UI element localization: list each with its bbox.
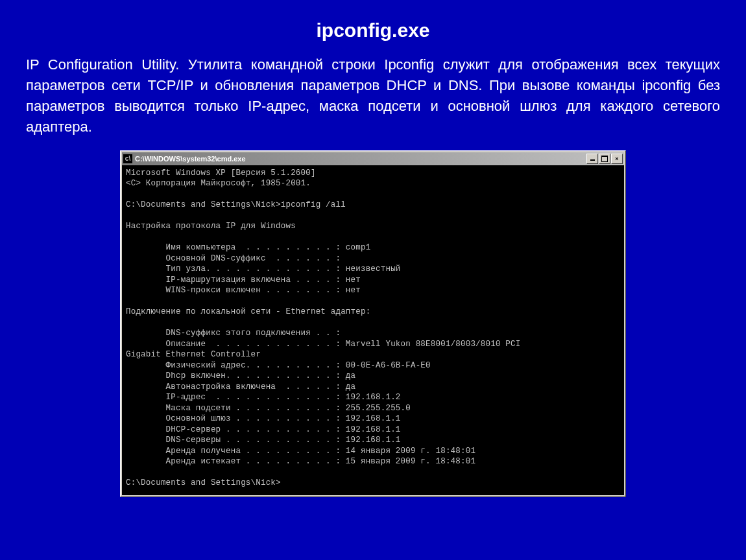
close-button[interactable]: ×: [611, 154, 623, 164]
console-output[interactable]: Microsoft Windows XP [Версия 5.1.2600] <…: [122, 165, 624, 495]
page-title: ipconfig.exe: [26, 19, 720, 41]
minimize-button[interactable]: [586, 154, 598, 164]
window-title: C:\WINDOWS\system32\cmd.exe: [135, 155, 586, 163]
cmd-icon: c\: [123, 154, 132, 163]
maximize-button[interactable]: [599, 154, 610, 164]
slide: ipconfig.exe IP Configuration Utility. У…: [0, 0, 746, 517]
titlebar[interactable]: c\ C:\WINDOWS\system32\cmd.exe ×: [122, 152, 624, 165]
cmd-window: c\ C:\WINDOWS\system32\cmd.exe × Microso…: [120, 150, 626, 497]
description-text: IP Configuration Utility. Утилита команд…: [26, 54, 720, 137]
window-controls: ×: [586, 154, 623, 164]
